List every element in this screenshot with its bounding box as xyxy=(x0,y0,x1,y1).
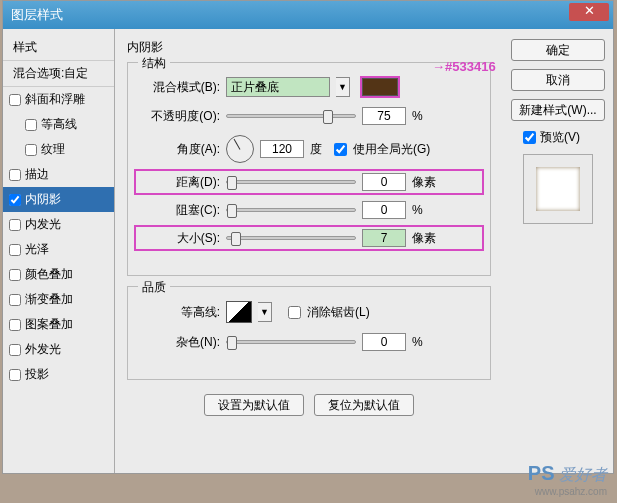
sidebar-item-3[interactable]: 描边 xyxy=(3,162,114,187)
sidebar-item-label: 内发光 xyxy=(25,216,61,233)
close-button[interactable]: ✕ xyxy=(569,3,609,21)
sidebar-checkbox[interactable] xyxy=(9,369,21,381)
sidebar-item-10[interactable]: 外发光 xyxy=(3,337,114,362)
main-panel: 内阴影 结构 混合模式(B): 正片叠底 ▼ →#533416 不透明度(O):… xyxy=(115,29,503,473)
preview-inner xyxy=(536,167,580,211)
watermark: PS 爱好者 www.psahz.com xyxy=(528,462,607,497)
cancel-button[interactable]: 取消 xyxy=(511,69,605,91)
choke-label: 阻塞(C): xyxy=(140,202,220,219)
distance-input[interactable]: 0 xyxy=(362,173,406,191)
angle-dial[interactable] xyxy=(226,135,254,163)
preview-box xyxy=(523,154,593,224)
preview-checkbox[interactable] xyxy=(523,131,536,144)
angle-label: 角度(A): xyxy=(140,141,220,158)
size-label: 大小(S): xyxy=(140,230,220,247)
noise-slider[interactable] xyxy=(226,340,356,344)
shadow-color-swatch[interactable] xyxy=(362,78,398,96)
global-light-label: 使用全局光(G) xyxy=(353,141,430,158)
sidebar-item-label: 内阴影 xyxy=(25,191,61,208)
contour-label: 等高线: xyxy=(140,304,220,321)
sidebar-checkbox[interactable] xyxy=(9,244,21,256)
angle-input[interactable]: 120 xyxy=(260,140,304,158)
sidebar-item-9[interactable]: 图案叠加 xyxy=(3,312,114,337)
choke-unit: % xyxy=(412,203,423,217)
sidebar-item-label: 图案叠加 xyxy=(25,316,73,333)
opacity-label: 不透明度(O): xyxy=(140,108,220,125)
opacity-unit: % xyxy=(412,109,423,123)
reset-default-button[interactable]: 复位为默认值 xyxy=(314,394,414,416)
distance-slider[interactable] xyxy=(226,180,356,184)
sidebar-item-label: 等高线 xyxy=(41,116,77,133)
sidebar-checkbox[interactable] xyxy=(9,219,21,231)
sidebar-item-8[interactable]: 渐变叠加 xyxy=(3,287,114,312)
size-unit: 像素 xyxy=(412,230,436,247)
sidebar-item-4[interactable]: 内阴影 xyxy=(3,187,114,212)
distance-unit: 像素 xyxy=(412,174,436,191)
sidebar-checkbox[interactable] xyxy=(9,269,21,281)
sidebar-item-6[interactable]: 光泽 xyxy=(3,237,114,262)
chevron-down-icon[interactable]: ▼ xyxy=(258,302,272,322)
noise-label: 杂色(N): xyxy=(140,334,220,351)
blend-mode-label: 混合模式(B): xyxy=(140,79,220,96)
size-slider[interactable] xyxy=(226,236,356,240)
sidebar-item-label: 纹理 xyxy=(41,141,65,158)
sidebar-item-label: 外发光 xyxy=(25,341,61,358)
sidebar-item-label: 颜色叠加 xyxy=(25,266,73,283)
sidebar-item-5[interactable]: 内发光 xyxy=(3,212,114,237)
blend-mode-select[interactable]: 正片叠底 xyxy=(226,77,330,97)
window-title: 图层样式 xyxy=(11,6,63,24)
chevron-down-icon[interactable]: ▼ xyxy=(336,77,350,97)
sidebar-header-blend[interactable]: 混合选项:自定 xyxy=(3,61,114,87)
ok-button[interactable]: 确定 xyxy=(511,39,605,61)
set-default-button[interactable]: 设置为默认值 xyxy=(204,394,304,416)
panel-title: 内阴影 xyxy=(127,39,491,56)
titlebar[interactable]: 图层样式 ✕ xyxy=(3,1,613,29)
structure-legend: 结构 xyxy=(138,55,170,72)
sidebar-checkbox[interactable] xyxy=(25,144,37,156)
sidebar-item-label: 光泽 xyxy=(25,241,49,258)
angle-unit: 度 xyxy=(310,141,322,158)
sidebar-checkbox[interactable] xyxy=(25,119,37,131)
size-input[interactable]: 7 xyxy=(362,229,406,247)
sidebar-item-label: 斜面和浮雕 xyxy=(25,91,85,108)
sidebar-header-styles[interactable]: 样式 xyxy=(3,35,114,61)
antialias-label: 消除锯齿(L) xyxy=(307,304,370,321)
sidebar-item-7[interactable]: 颜色叠加 xyxy=(3,262,114,287)
right-column: 确定 取消 新建样式(W)... 预览(V) xyxy=(503,29,613,473)
sidebar-checkbox[interactable] xyxy=(9,169,21,181)
sidebar-checkbox[interactable] xyxy=(9,94,21,106)
opacity-input[interactable]: 75 xyxy=(362,107,406,125)
sidebar-item-label: 投影 xyxy=(25,366,49,383)
choke-input[interactable]: 0 xyxy=(362,201,406,219)
quality-legend: 品质 xyxy=(138,279,170,296)
noise-input[interactable]: 0 xyxy=(362,333,406,351)
opacity-slider[interactable] xyxy=(226,114,356,118)
sidebar-item-label: 描边 xyxy=(25,166,49,183)
sidebar-item-label: 渐变叠加 xyxy=(25,291,73,308)
antialias-checkbox[interactable] xyxy=(288,306,301,319)
sidebar-item-0[interactable]: 斜面和浮雕 xyxy=(3,87,114,112)
new-style-button[interactable]: 新建样式(W)... xyxy=(511,99,605,121)
color-annotation: →#533416 xyxy=(432,59,496,74)
sidebar-item-11[interactable]: 投影 xyxy=(3,362,114,387)
sidebar-checkbox[interactable] xyxy=(9,319,21,331)
sidebar-checkbox[interactable] xyxy=(9,194,21,206)
sidebar-item-1[interactable]: 等高线 xyxy=(3,112,114,137)
noise-unit: % xyxy=(412,335,423,349)
styles-sidebar: 样式 混合选项:自定 斜面和浮雕等高线纹理描边内阴影内发光光泽颜色叠加渐变叠加图… xyxy=(3,29,115,473)
quality-fieldset: 品质 等高线: ▼ 消除锯齿(L) 杂色(N): 0 % xyxy=(127,286,491,380)
distance-label: 距离(D): xyxy=(140,174,220,191)
choke-slider[interactable] xyxy=(226,208,356,212)
global-light-checkbox[interactable] xyxy=(334,143,347,156)
contour-swatch[interactable] xyxy=(226,301,252,323)
layer-style-dialog: 图层样式 ✕ 样式 混合选项:自定 斜面和浮雕等高线纹理描边内阴影内发光光泽颜色… xyxy=(2,0,614,474)
structure-fieldset: 结构 混合模式(B): 正片叠底 ▼ →#533416 不透明度(O): 75 … xyxy=(127,62,491,276)
sidebar-checkbox[interactable] xyxy=(9,344,21,356)
sidebar-item-2[interactable]: 纹理 xyxy=(3,137,114,162)
sidebar-checkbox[interactable] xyxy=(9,294,21,306)
preview-label: 预览(V) xyxy=(540,129,580,146)
